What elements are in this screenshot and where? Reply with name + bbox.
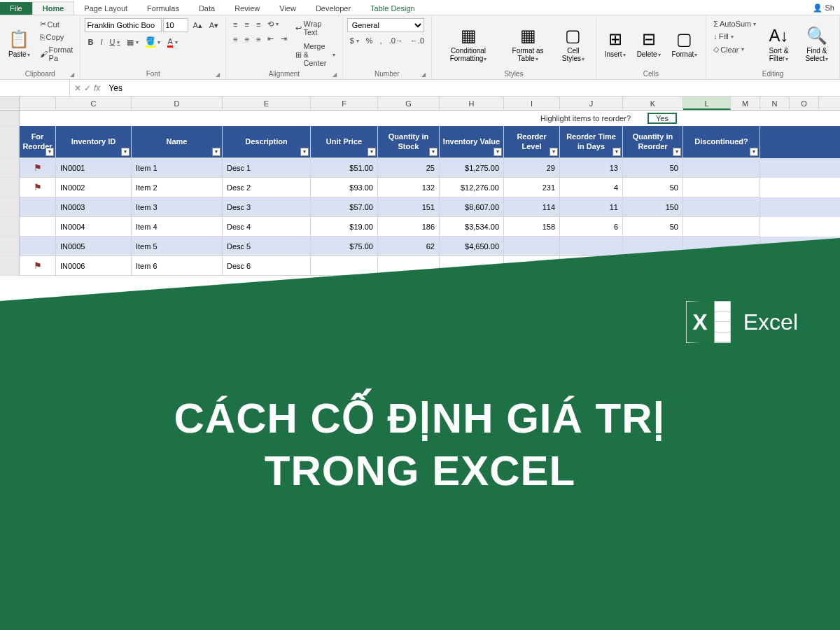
format-cells-button[interactable]: ▢Format xyxy=(668,18,702,70)
col-header-F[interactable]: F xyxy=(311,97,378,110)
cell[interactable]: Desc 3 xyxy=(223,197,311,217)
filter-dropdown[interactable]: ▼ xyxy=(212,148,220,156)
filter-dropdown[interactable]: ▼ xyxy=(493,148,502,156)
decrease-indent-button[interactable]: ⇤ xyxy=(265,33,276,45)
tab-page-layout[interactable]: Page Layout xyxy=(74,2,137,15)
align-left-button[interactable]: ≡ xyxy=(230,34,240,45)
cell[interactable]: IN0003 xyxy=(56,197,132,217)
sort-filter-button[interactable]: A↓Sort & Filter xyxy=(762,18,795,70)
col-header-H[interactable]: H xyxy=(440,97,504,110)
paste-button[interactable]: 📋 Paste xyxy=(4,18,34,70)
col-header-K[interactable]: K xyxy=(623,97,683,110)
tab-review[interactable]: Review xyxy=(225,2,270,15)
filter-dropdown[interactable]: ▼ xyxy=(612,148,621,156)
conditional-formatting-button[interactable]: ▦Conditional Formatting xyxy=(436,18,500,70)
tab-formulas[interactable]: Formulas xyxy=(137,2,189,15)
font-name-combo[interactable] xyxy=(85,18,162,32)
cell[interactable]: 50 xyxy=(623,158,683,178)
filter-dropdown[interactable]: ▼ xyxy=(46,148,54,156)
clipboard-launcher[interactable]: ◢ xyxy=(70,71,74,78)
font-size-combo[interactable] xyxy=(163,18,188,32)
tab-data[interactable]: Data xyxy=(189,2,225,15)
cell[interactable] xyxy=(683,178,760,197)
decrease-font-button[interactable]: A▾ xyxy=(206,20,221,31)
col-header-N[interactable]: N xyxy=(760,97,790,110)
filter-dropdown[interactable]: ▼ xyxy=(300,148,309,156)
cell[interactable]: ⚑ xyxy=(20,158,56,178)
cell[interactable]: Item 2 xyxy=(132,178,223,197)
col-header-I[interactable]: I xyxy=(504,97,560,110)
number-launcher[interactable]: ◢ xyxy=(421,71,426,78)
align-bottom-button[interactable]: ≡ xyxy=(253,19,263,30)
col-header-L[interactable]: L xyxy=(683,97,731,110)
wrap-text-button[interactable]: ↩Wrap Text xyxy=(293,18,337,38)
cancel-formula-icon[interactable]: ✕ xyxy=(74,83,81,93)
font-launcher[interactable]: ◢ xyxy=(216,71,220,78)
cell[interactable]: 114 xyxy=(504,197,560,217)
tab-table-design[interactable]: Table Design xyxy=(360,2,425,15)
align-right-button[interactable]: ≡ xyxy=(253,34,263,45)
cell[interactable]: Desc 4 xyxy=(223,217,311,237)
cell[interactable] xyxy=(683,158,760,178)
increase-font-button[interactable]: A▴ xyxy=(190,20,204,31)
cell[interactable]: $93.00 xyxy=(311,178,378,197)
cell[interactable]: 150 xyxy=(623,197,683,217)
orientation-button[interactable]: ⟲ xyxy=(265,18,281,30)
cell-styles-button[interactable]: ▢Cell Styles xyxy=(555,18,592,70)
decrease-decimal-button[interactable]: ←.0 xyxy=(407,35,427,46)
tab-developer[interactable]: Developer xyxy=(306,2,360,15)
cell[interactable]: IN0004 xyxy=(56,217,132,237)
cell[interactable]: 6 xyxy=(560,217,623,237)
col-header-C[interactable]: C xyxy=(56,97,132,110)
format-as-table-button[interactable]: ▦Format as Table xyxy=(503,18,552,70)
comma-format-button[interactable]: , xyxy=(377,35,385,46)
cell[interactable]: Desc 2 xyxy=(223,178,311,197)
cell[interactable]: $12,276.00 xyxy=(440,178,504,197)
cell[interactable]: IN0002 xyxy=(56,178,132,197)
filter-dropdown[interactable]: ▼ xyxy=(368,148,376,156)
alignment-launcher[interactable]: ◢ xyxy=(332,71,337,78)
cut-button[interactable]: ✂Cut xyxy=(37,18,76,30)
align-top-button[interactable]: ≡ xyxy=(230,19,240,30)
format-painter-button[interactable]: 🖌Format Pa xyxy=(37,44,76,64)
cell[interactable]: ⚑ xyxy=(20,178,56,197)
cell[interactable]: Item 3 xyxy=(132,197,223,217)
merge-center-button[interactable]: ⊞Merge & Center xyxy=(293,41,337,69)
cell[interactable]: $19.00 xyxy=(311,217,378,237)
name-box[interactable] xyxy=(0,80,70,96)
fill-color-button[interactable]: 🪣 xyxy=(143,35,163,49)
tab-home[interactable]: Home xyxy=(32,1,75,15)
tab-view[interactable]: View xyxy=(270,2,306,15)
col-header-E[interactable]: E xyxy=(223,97,311,110)
cell[interactable]: 13 xyxy=(560,158,623,178)
cell[interactable] xyxy=(20,197,56,217)
cell[interactable]: 186 xyxy=(378,217,440,237)
accounting-format-button[interactable]: $ xyxy=(347,35,362,46)
cell[interactable]: 132 xyxy=(378,178,440,197)
select-all-corner[interactable] xyxy=(0,97,20,110)
cell[interactable] xyxy=(683,217,760,237)
highlight-value-cell[interactable]: Yes xyxy=(648,113,677,124)
cell[interactable]: Item 4 xyxy=(132,217,223,237)
align-center-button[interactable]: ≡ xyxy=(242,34,252,45)
cell[interactable]: $57.00 xyxy=(311,197,378,217)
cell[interactable]: 231 xyxy=(504,178,560,197)
increase-indent-button[interactable]: ⇥ xyxy=(278,33,290,45)
cell[interactable]: Item 1 xyxy=(132,158,223,178)
clear-button[interactable]: ◇Clear xyxy=(710,43,759,55)
cell[interactable]: 29 xyxy=(504,158,560,178)
cell[interactable]: 25 xyxy=(378,158,440,178)
italic-button[interactable]: I xyxy=(97,36,105,48)
cell[interactable]: IN0001 xyxy=(56,158,132,178)
fill-button[interactable]: ↓Fill xyxy=(710,31,759,42)
bold-button[interactable]: B xyxy=(85,36,96,48)
autosum-button[interactable]: ΣAutoSum xyxy=(710,18,759,29)
cell[interactable]: 151 xyxy=(378,197,440,217)
cell[interactable]: $8,607.00 xyxy=(440,197,504,217)
fx-icon[interactable]: fx xyxy=(94,83,100,93)
delete-cells-button[interactable]: ⊟Delete xyxy=(633,18,665,70)
filter-dropdown[interactable]: ▼ xyxy=(673,148,681,156)
border-button[interactable]: ▦ xyxy=(124,36,141,48)
filter-dropdown[interactable]: ▼ xyxy=(550,148,558,156)
filter-dropdown[interactable]: ▼ xyxy=(429,148,438,156)
